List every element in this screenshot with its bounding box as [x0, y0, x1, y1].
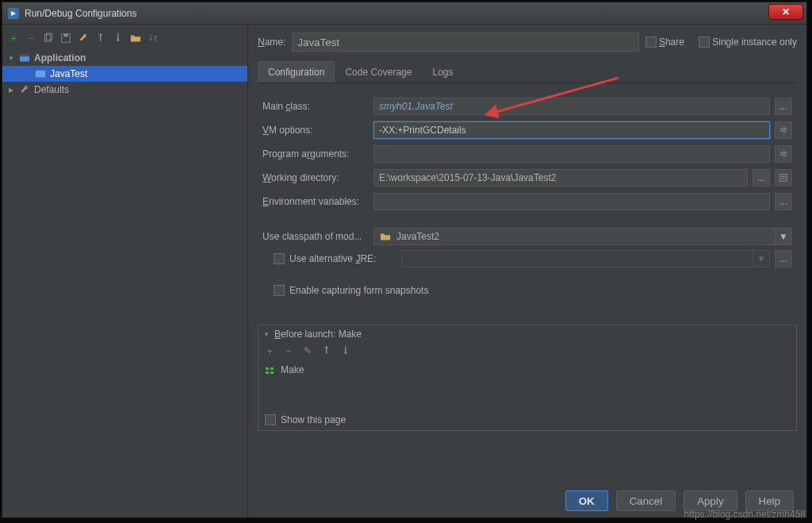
remove-icon[interactable]: −: [282, 344, 295, 357]
make-icon: [263, 363, 276, 376]
classpath-combo[interactable]: JavaTest2: [373, 228, 775, 245]
tree-label: Application: [34, 52, 86, 63]
sort-icon[interactable]: [147, 32, 159, 44]
tree-node-javatest[interactable]: JavaTest: [2, 66, 247, 82]
snapshots-checkbox[interactable]: [274, 285, 285, 296]
help-button[interactable]: Help: [745, 490, 794, 511]
browse-working-dir-button[interactable]: ...: [753, 169, 770, 187]
tree-label: Defaults: [34, 84, 69, 95]
env-vars-label: Environment variables:: [262, 196, 369, 207]
down-icon[interactable]: 🠗: [112, 32, 124, 44]
application-icon: [18, 52, 31, 64]
list-item-label: Make: [281, 364, 304, 375]
chevron-down-icon: ▼: [753, 250, 770, 267]
before-launch-header: Before launch: Make: [274, 329, 362, 340]
svg-rect-8: [780, 175, 787, 182]
add-icon[interactable]: ＋: [263, 344, 276, 357]
working-dir-input[interactable]: [373, 169, 748, 187]
svg-rect-7: [36, 71, 45, 78]
cancel-button[interactable]: Cancel: [616, 490, 676, 511]
vm-options-label: VM options:: [262, 125, 369, 136]
main-class-label: Main class:: [262, 101, 369, 112]
classpath-label: Use classpath of mod...: [262, 231, 369, 242]
share-checkbox[interactable]: Share: [645, 37, 684, 48]
alt-jre-label: Use alternative JRE:: [289, 253, 376, 264]
close-button[interactable]: ✕: [768, 4, 803, 20]
edit-icon[interactable]: ✎: [301, 344, 314, 357]
titlebar: Run/Debug Configurations ✕: [2, 2, 806, 25]
tab-code-coverage[interactable]: Code Coverage: [335, 61, 422, 83]
add-icon[interactable]: ＋: [7, 32, 20, 44]
list-item[interactable]: Make: [263, 363, 791, 377]
main-class-input[interactable]: [373, 98, 770, 115]
window-title: Run/Debug Configurations: [25, 8, 768, 19]
svg-rect-11: [266, 371, 269, 374]
module-icon: [379, 230, 392, 243]
name-input[interactable]: [292, 33, 638, 52]
remove-icon[interactable]: −: [25, 32, 37, 44]
browse-env-vars-button[interactable]: ...: [775, 193, 792, 210]
svg-rect-6: [20, 55, 29, 57]
svg-rect-12: [270, 371, 274, 374]
run-config-icon: [34, 67, 47, 80]
tabs: Configuration Code Coverage Logs: [258, 61, 797, 83]
sidebar-toolbar: ＋ − 🠕 🠗: [2, 28, 247, 48]
copy-icon[interactable]: [42, 32, 55, 44]
expand-vm-options-button[interactable]: [775, 121, 792, 139]
tab-logs[interactable]: Logs: [422, 61, 463, 83]
program-args-input[interactable]: [373, 145, 770, 163]
tree-label: JavaTest: [50, 68, 87, 79]
svg-rect-4: [63, 34, 67, 37]
tree-node-application[interactable]: ▼ Application: [2, 50, 247, 66]
expand-icon[interactable]: ▶: [7, 87, 15, 94]
history-working-dir-button[interactable]: [775, 169, 792, 187]
expand-program-args-button[interactable]: [775, 145, 792, 163]
env-vars-input[interactable]: [373, 193, 770, 210]
ok-button[interactable]: OK: [565, 490, 608, 511]
config-tree: ▼ Application JavaTest ▶ Defaults: [2, 48, 247, 514]
expand-icon[interactable]: ▼: [7, 55, 15, 62]
alt-jre-combo: [401, 250, 753, 267]
vm-options-input[interactable]: [373, 121, 770, 139]
main-panel: Name: Share Single instance only Configu…: [248, 25, 806, 517]
before-launch-toolbar: ＋ − ✎ 🠕 🠗: [259, 343, 796, 359]
save-icon[interactable]: [59, 32, 72, 44]
sidebar: ＋ − 🠕 🠗 ▼ Application JavaTest: [2, 25, 248, 517]
up-icon[interactable]: 🠕: [94, 32, 107, 44]
browse-main-class-button[interactable]: ...: [775, 98, 792, 115]
browse-jre-button[interactable]: ...: [775, 250, 792, 267]
wrench-icon[interactable]: [77, 32, 90, 44]
alt-jre-checkbox[interactable]: [274, 253, 285, 264]
svg-rect-10: [270, 367, 274, 370]
down-icon[interactable]: 🠗: [339, 344, 352, 357]
name-label: Name:: [258, 37, 285, 48]
wrench-icon: [18, 83, 31, 96]
tab-configuration[interactable]: Configuration: [258, 61, 335, 83]
program-args-label: Program arguments:: [262, 148, 369, 160]
svg-rect-9: [266, 367, 269, 370]
tree-node-defaults[interactable]: ▶ Defaults: [2, 82, 247, 98]
apply-button[interactable]: Apply: [684, 490, 737, 511]
show-page-label: Show this page: [281, 414, 346, 425]
working-dir-label: Working directory:: [262, 172, 369, 183]
up-icon[interactable]: 🠕: [320, 344, 333, 357]
snapshots-label: Enable capturing form snapshots: [289, 285, 428, 296]
app-icon: [7, 7, 20, 20]
chevron-down-icon[interactable]: ▼: [775, 228, 792, 245]
before-launch-list[interactable]: Make: [259, 359, 796, 410]
collapse-icon[interactable]: ▼: [263, 331, 270, 338]
single-instance-checkbox[interactable]: Single instance only: [699, 37, 797, 48]
show-page-checkbox[interactable]: [265, 414, 276, 425]
dialog-window: Run/Debug Configurations ✕ ＋ − 🠕 🠗 ▼ App…: [2, 2, 807, 518]
before-launch-section: ▼ Before launch: Make ＋ − ✎ 🠕 🠗 Make: [258, 325, 797, 431]
folder-icon[interactable]: [129, 32, 142, 44]
